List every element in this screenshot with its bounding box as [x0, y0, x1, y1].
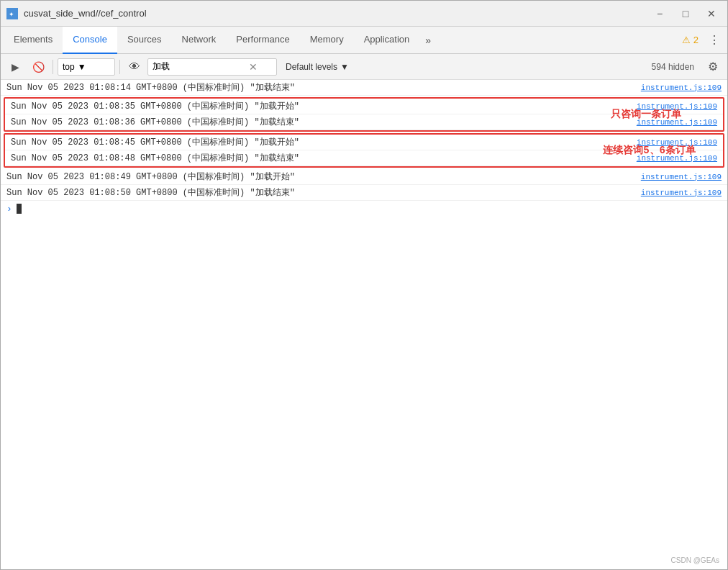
chevron-down-icon: ▼ — [78, 62, 86, 72]
warning-icon: ⚠ — [682, 35, 691, 45]
tab-network[interactable]: Network — [172, 27, 227, 54]
stop-icon: 🚫 — [32, 61, 45, 73]
stop-button[interactable]: 🚫 — [28, 58, 48, 76]
console-prompt-icon: › — [6, 204, 12, 214]
console-cursor — [17, 204, 22, 214]
console-source-2[interactable]: instrument.js:109 — [637, 102, 717, 111]
console-message-6: Sun Nov 05 2023 01:08:49 GMT+0800 (中国标准时… — [6, 171, 629, 183]
log-levels-button[interactable]: Default levels ▼ — [280, 58, 355, 76]
console-message-1: Sun Nov 05 2023 01:08:14 GMT+0800 (中国标准时… — [6, 81, 629, 94]
app-icon: ✦ — [6, 8, 18, 19]
devtools-panel: Elements Console Sources Network Perform… — [1, 27, 727, 570]
tab-more-button[interactable]: » — [419, 27, 437, 54]
execute-button[interactable]: ▶ — [5, 58, 25, 76]
preserve-log-button[interactable]: 👁 — [124, 58, 145, 76]
tab-elements[interactable]: Elements — [4, 27, 63, 54]
console-source-7[interactable]: instrument.js:109 — [641, 189, 722, 197]
console-settings-button[interactable]: ⚙ — [703, 58, 723, 76]
window-title: cusvat_side_wnd//cef_control — [24, 8, 650, 19]
highlight-group-b: Sun Nov 05 2023 01:08:45 GMT+0800 (中国标准时… — [4, 133, 724, 168]
execute-icon: ▶ — [12, 61, 19, 73]
filter-input[interactable] — [153, 62, 246, 72]
minimize-button[interactable]: − — [650, 5, 670, 22]
console-message-3: Sun Nov 05 2023 01:08:36 GMT+0800 (中国标准时… — [11, 116, 625, 128]
devtools-menu-button[interactable]: ⋮ — [704, 32, 724, 49]
toolbar-divider-1 — [53, 60, 53, 74]
console-message-5: Sun Nov 05 2023 01:08:48 GMT+0800 (中国标准时… — [11, 152, 625, 164]
warning-count: 2 — [693, 35, 699, 45]
console-row-2: Sun Nov 05 2023 01:08:35 GMT+0800 (中国标准时… — [5, 99, 723, 114]
tab-application[interactable]: Application — [354, 27, 420, 54]
console-source-6[interactable]: instrument.js:109 — [641, 173, 722, 181]
console-source-4[interactable]: instrument.js:109 — [637, 138, 717, 147]
hidden-count: 594 hidden — [652, 62, 700, 72]
eye-icon: 👁 — [129, 60, 140, 73]
context-value: top — [63, 62, 75, 72]
console-row-1: Sun Nov 05 2023 01:08:14 GMT+0800 (中国标准时… — [1, 80, 727, 96]
console-toolbar: ▶ 🚫 top ▼ 👁 ✕ Default levels ▼ 594 hidde… — [1, 54, 727, 80]
console-source-1[interactable]: instrument.js:109 — [641, 83, 722, 92]
filter-input-wrap: ✕ — [147, 58, 277, 76]
console-row-4: Sun Nov 05 2023 01:08:45 GMT+0800 (中国标准时… — [5, 135, 723, 150]
gear-icon: ⚙ — [708, 60, 718, 73]
console-row-6: Sun Nov 05 2023 01:08:49 GMT+0800 (中国标准时… — [1, 169, 727, 185]
window-controls: − □ ✕ — [650, 5, 722, 22]
console-output: Sun Nov 05 2023 01:08:14 GMT+0800 (中国标准时… — [1, 80, 727, 570]
tab-memory[interactable]: Memory — [300, 27, 354, 54]
filter-clear-button[interactable]: ✕ — [249, 61, 258, 73]
highlight-group-a: Sun Nov 05 2023 01:08:35 GMT+0800 (中国标准时… — [4, 97, 724, 132]
console-message-7: Sun Nov 05 2023 01:08:50 GMT+0800 (中国标准时… — [6, 186, 629, 199]
watermark: CSDN @GEAs — [671, 556, 719, 564]
context-selector[interactable]: top ▼ — [58, 58, 115, 76]
console-message-2: Sun Nov 05 2023 01:08:35 GMT+0800 (中国标准时… — [11, 100, 625, 112]
console-source-3[interactable]: instrument.js:109 — [637, 118, 717, 127]
close-button[interactable]: ✕ — [701, 5, 722, 22]
console-row-5: Sun Nov 05 2023 01:08:48 GMT+0800 (中国标准时… — [5, 150, 723, 166]
console-input-row: › — [1, 201, 727, 217]
levels-arrow-icon: ▼ — [340, 62, 349, 72]
svg-text:✦: ✦ — [9, 11, 14, 18]
console-row-7: Sun Nov 05 2023 01:08:50 GMT+0800 (中国标准时… — [1, 185, 727, 201]
titlebar: ✦ cusvat_side_wnd//cef_control − □ ✕ — [1, 1, 727, 27]
tab-console[interactable]: Console — [63, 27, 117, 54]
tab-sources[interactable]: Sources — [117, 27, 172, 54]
levels-label: Default levels — [286, 62, 337, 72]
console-source-5[interactable]: instrument.js:109 — [637, 154, 717, 163]
maximize-button[interactable]: □ — [675, 5, 696, 22]
toolbar-divider-2 — [119, 60, 120, 74]
console-message-4: Sun Nov 05 2023 01:08:45 GMT+0800 (中国标准时… — [11, 136, 625, 148]
tab-bar: Elements Console Sources Network Perform… — [1, 27, 727, 54]
console-row-3: Sun Nov 05 2023 01:08:36 GMT+0800 (中国标准时… — [5, 114, 723, 130]
warning-badge: ⚠ 2 — [682, 35, 699, 45]
tab-performance[interactable]: Performance — [226, 27, 299, 54]
